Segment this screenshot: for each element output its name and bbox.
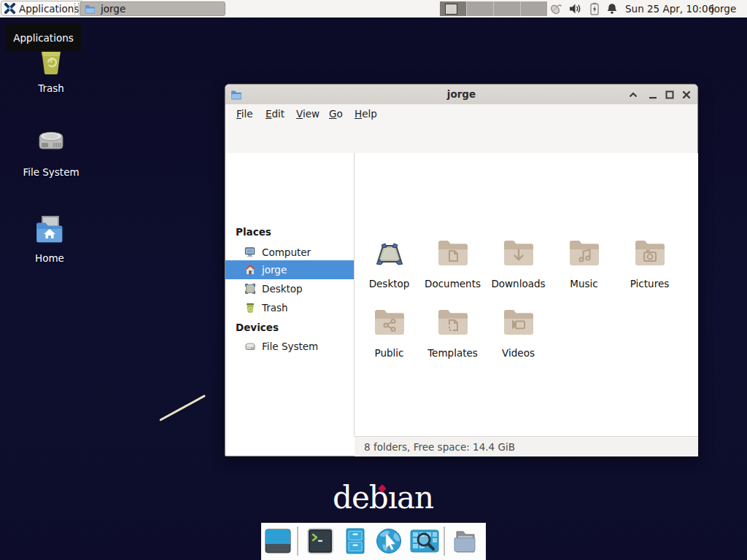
dock-separator [297, 526, 298, 556]
desktop-icon-home[interactable]: Home [17, 211, 82, 264]
applications-tooltip: Applications [5, 23, 82, 52]
sidebar-item-computer[interactable]: Computer [225, 243, 354, 262]
file-label: Downloads [491, 279, 545, 289]
folder-icon [85, 4, 96, 14]
file-item-public[interactable]: Public [357, 304, 422, 359]
menu-edit[interactable]: Edit [263, 104, 287, 123]
statusbar-text: 8 folders, Free space: 14.4 GiB [364, 441, 515, 453]
menu-help[interactable]: Help [352, 104, 379, 123]
sidebar-item-desktop[interactable]: Desktop [225, 279, 354, 298]
file-item-videos[interactable]: Videos [486, 304, 551, 359]
file-item-downloads[interactable]: Downloads [486, 235, 551, 289]
workspace-4[interactable] [521, 1, 547, 16]
panel-username[interactable]: jorge [711, 0, 736, 18]
sidebar-item-label: Trash [262, 298, 288, 317]
sidebar-item-file-system[interactable]: File System [225, 337, 354, 356]
file-item-documents[interactable]: Documents [420, 235, 485, 289]
top-panel: Applications jorge [0, 0, 747, 18]
xfce-logo-icon [4, 3, 15, 14]
folder-downloads-icon [501, 235, 536, 270]
sidebar: Places Computer jorge [225, 153, 355, 436]
hard-drive-icon [244, 341, 256, 352]
sidebar-item-jorge[interactable]: jorge [225, 260, 354, 279]
taskbar-window-label: jorge [101, 3, 125, 15]
window-close-button[interactable] [680, 85, 693, 104]
folder-music-icon [567, 235, 602, 270]
desktop-icon-label: Trash [18, 82, 84, 94]
applications-menu-button[interactable]: Applications [1, 1, 84, 16]
file-item-pictures[interactable]: Pictures [617, 235, 682, 289]
desktop-icon [244, 283, 256, 295]
file-manager-window: jorge File Edit View Go Help [225, 84, 698, 456]
file-label: Templates [427, 348, 478, 359]
desktop-icon-label: File System [18, 166, 84, 178]
window-minimize-button[interactable] [646, 85, 659, 104]
workspace-1[interactable] [440, 1, 467, 16]
desktop-file-icon [372, 235, 407, 270]
sidebar-item-label: jorge [262, 260, 287, 279]
user-home-icon [244, 264, 256, 276]
applications-menu-label: Applications [19, 3, 79, 15]
show-desktop-icon[interactable] [264, 527, 292, 555]
menu-file[interactable]: File [234, 104, 255, 123]
file-item-music[interactable]: Music [551, 235, 616, 289]
workspace-2[interactable] [467, 1, 494, 16]
folder-templates-icon [436, 304, 471, 339]
notifications-bell-icon[interactable] [606, 3, 618, 15]
dock-panel [261, 523, 486, 560]
file-cabinet-icon[interactable] [341, 527, 369, 555]
home-folder-icon [31, 211, 68, 246]
panel-clock[interactable]: Sun 25 Apr, 10:06 [625, 0, 714, 18]
panel-handle[interactable] [74, 3, 79, 15]
file-label: Music [570, 279, 597, 289]
desktop-root: Applications jorge [0, 0, 747, 560]
sidebar-header-devices: Devices [236, 320, 279, 335]
mouse-settings-icon[interactable] [549, 2, 562, 15]
computer-icon [244, 246, 256, 258]
tooltip-text: Applications [13, 32, 73, 44]
workspace-3[interactable] [494, 1, 521, 16]
folder-videos-icon [501, 304, 536, 339]
app-finder-icon[interactable] [409, 527, 440, 555]
window-menubar: File Edit View Go Help [225, 104, 697, 123]
file-manager-folder-icon[interactable] [451, 527, 479, 555]
file-item-templates[interactable]: Templates [420, 304, 485, 359]
volume-icon[interactable] [569, 3, 582, 15]
menu-view[interactable]: View [294, 104, 322, 123]
file-item-desktop[interactable]: Desktop [357, 235, 422, 289]
terminal-icon[interactable] [306, 527, 334, 555]
taskbar-window-button[interactable]: jorge [80, 1, 225, 16]
window-toolbar [225, 123, 697, 154]
desktop-icon-label: Home [17, 252, 82, 264]
battery-icon[interactable] [589, 2, 600, 15]
desktop-line-artifact [159, 394, 206, 421]
file-label: Public [375, 348, 404, 359]
file-label: Documents [425, 279, 481, 289]
sidebar-item-trash[interactable]: Trash [225, 298, 354, 317]
desktop-icon-file-system[interactable]: File System [18, 122, 84, 178]
file-list-view[interactable]: Desktop Documents Downloads [355, 153, 698, 436]
window-statusbar: 8 folders, Free space: 14.4 GiB [355, 436, 698, 456]
file-label: Videos [502, 348, 535, 359]
file-label: Pictures [630, 279, 669, 289]
web-browser-icon[interactable] [374, 527, 404, 555]
dock-separator [444, 526, 445, 556]
window-titlebar[interactable]: jorge [225, 85, 697, 105]
window-maximize-button[interactable] [663, 85, 676, 104]
file-label: Desktop [369, 279, 410, 289]
menu-go[interactable]: Go [327, 104, 345, 123]
sidebar-item-label: File System [262, 337, 318, 356]
sidebar-item-label: Desktop [262, 279, 303, 298]
sidebar-header-places: Places [236, 225, 271, 239]
sidebar-item-label: Computer [262, 243, 311, 262]
folder-public-icon [372, 304, 407, 339]
workspace-pager[interactable] [440, 1, 547, 16]
workspace-window-preview [445, 4, 457, 15]
folder-pictures-icon [632, 235, 667, 270]
trash-icon [244, 302, 256, 314]
folder-documents-icon [436, 235, 471, 270]
hard-drive-icon [34, 122, 69, 158]
window-shade-button[interactable] [627, 85, 640, 104]
